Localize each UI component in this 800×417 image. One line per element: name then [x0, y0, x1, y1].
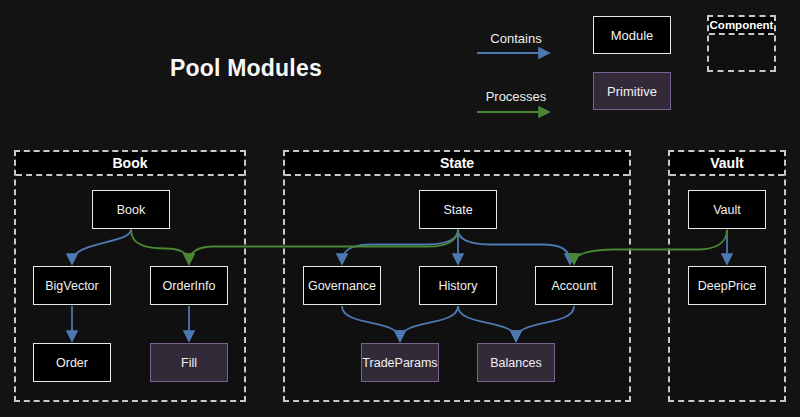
pool-modules-diagram: Pool Modules Contains Processes Module P… — [0, 0, 800, 417]
node-vault: Vault — [688, 190, 766, 229]
node-deepprice: DeepPrice — [688, 266, 766, 305]
node-bigvector: BigVector — [33, 266, 111, 305]
node-state: State — [419, 190, 497, 229]
edge-state-processes-orderinfo — [189, 230, 458, 263]
edge-governance-contains-tradeparams — [342, 306, 400, 339]
node-book: Book — [92, 190, 170, 229]
legend-component-label: Component — [709, 17, 774, 35]
node-balances: Balances — [477, 343, 555, 382]
edge-vault-processes-account — [574, 230, 727, 263]
node-history: History — [419, 266, 497, 305]
edge-book-processes-orderinfo — [131, 230, 189, 263]
legend-module-box: Module — [593, 16, 671, 54]
node-orderinfo: OrderInfo — [150, 266, 228, 305]
node-tradeparams: TradeParams — [361, 343, 439, 382]
node-account: Account — [535, 266, 613, 305]
node-fill: Fill — [150, 343, 228, 382]
edge-history-contains-tradeparams — [400, 306, 458, 339]
legend-component-box: Component — [707, 15, 776, 72]
node-order: Order — [33, 343, 111, 382]
edge-account-contains-balances — [516, 306, 574, 339]
node-governance: Governance — [303, 266, 381, 305]
edge-history-contains-balances — [458, 306, 516, 339]
edge-state-contains-account — [458, 230, 570, 263]
legend-primitive-box: Primitive — [593, 72, 671, 110]
edge-book-contains-bigvector — [72, 230, 131, 263]
